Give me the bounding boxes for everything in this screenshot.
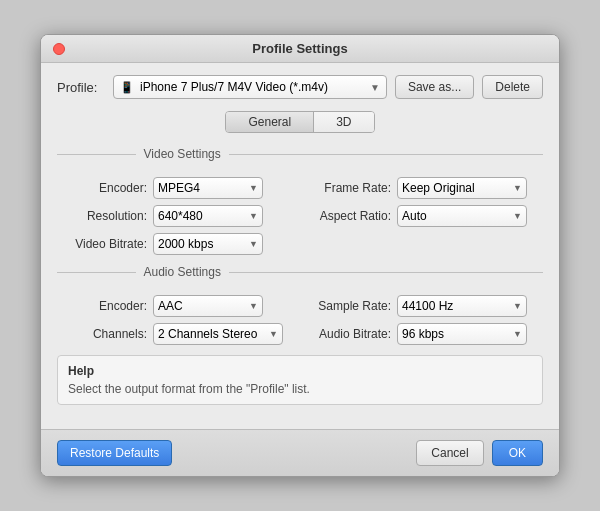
aspect-ratio-dropdown[interactable]: Auto ▼ <box>397 205 527 227</box>
encoder-label: Encoder: <box>65 181 147 195</box>
audio-settings-header: Audio Settings <box>57 265 543 287</box>
resolution-arrow: ▼ <box>249 211 258 221</box>
resolution-row: Resolution: 640*480 ▼ <box>65 205 299 227</box>
audio-encoder-row: Encoder: AAC ▼ <box>65 295 299 317</box>
frame-rate-dropdown[interactable]: Keep Original ▼ <box>397 177 527 199</box>
audio-bitrate-row: Audio Bitrate: 96 kbps ▼ <box>309 323 543 345</box>
titlebar: Profile Settings <box>41 35 559 63</box>
channels-arrow: ▼ <box>269 329 278 339</box>
sample-rate-arrow: ▼ <box>513 301 522 311</box>
profile-label: Profile: <box>57 80 105 95</box>
channels-value: 2 Channels Stereo <box>158 327 265 341</box>
video-bitrate-arrow: ▼ <box>249 239 258 249</box>
resolution-value: 640*480 <box>158 209 245 223</box>
audio-settings-grid: Encoder: AAC ▼ Sample Rate: 44100 Hz ▼ C… <box>57 295 543 345</box>
video-divider-right <box>229 154 543 155</box>
encoder-arrow: ▼ <box>249 183 258 193</box>
save-as-button[interactable]: Save as... <box>395 75 474 99</box>
encoder-row: Encoder: MPEG4 ▼ <box>65 177 299 199</box>
aspect-ratio-value: Auto <box>402 209 509 223</box>
video-bitrate-label: Video Bitrate: <box>65 237 147 251</box>
tab-general[interactable]: General <box>226 112 314 132</box>
audio-encoder-label: Encoder: <box>65 299 147 313</box>
channels-label: Channels: <box>65 327 147 341</box>
video-settings-header: Video Settings <box>57 147 543 169</box>
video-divider-left <box>57 154 136 155</box>
footer: Restore Defaults Cancel OK <box>41 429 559 476</box>
video-settings-section: Video Settings Encoder: MPEG4 ▼ Frame Ra… <box>57 147 543 255</box>
tabs-container: General 3D <box>225 111 374 133</box>
frame-rate-arrow: ▼ <box>513 183 522 193</box>
audio-bitrate-dropdown[interactable]: 96 kbps ▼ <box>397 323 527 345</box>
delete-button[interactable]: Delete <box>482 75 543 99</box>
footer-right-buttons: Cancel OK <box>416 440 543 466</box>
channels-dropdown[interactable]: 2 Channels Stereo ▼ <box>153 323 283 345</box>
audio-encoder-dropdown[interactable]: AAC ▼ <box>153 295 263 317</box>
video-bitrate-dropdown[interactable]: 2000 kbps ▼ <box>153 233 263 255</box>
audio-divider-right <box>229 272 543 273</box>
encoder-value: MPEG4 <box>158 181 245 195</box>
sample-rate-value: 44100 Hz <box>402 299 509 313</box>
profile-dropdown-arrow: ▼ <box>370 82 380 93</box>
close-button[interactable] <box>53 43 65 55</box>
frame-rate-row: Frame Rate: Keep Original ▼ <box>309 177 543 199</box>
channels-row: Channels: 2 Channels Stereo ▼ <box>65 323 299 345</box>
encoder-dropdown[interactable]: MPEG4 ▼ <box>153 177 263 199</box>
video-bitrate-row: Video Bitrate: 2000 kbps ▼ <box>65 233 299 255</box>
audio-bitrate-label: Audio Bitrate: <box>309 327 391 341</box>
ok-button[interactable]: OK <box>492 440 543 466</box>
help-text: Select the output format from the "Profi… <box>68 382 532 396</box>
sample-rate-label: Sample Rate: <box>309 299 391 313</box>
profile-row: Profile: 📱 iPhone 7 Plus/7 M4V Video (*.… <box>57 75 543 99</box>
audio-settings-label: Audio Settings <box>144 265 221 279</box>
window-title: Profile Settings <box>252 41 347 56</box>
frame-rate-value: Keep Original <box>402 181 509 195</box>
main-content: Profile: 📱 iPhone 7 Plus/7 M4V Video (*.… <box>41 63 559 429</box>
empty-cell <box>309 233 543 255</box>
frame-rate-label: Frame Rate: <box>309 181 391 195</box>
video-bitrate-value: 2000 kbps <box>158 237 245 251</box>
video-settings-grid: Encoder: MPEG4 ▼ Frame Rate: Keep Origin… <box>57 177 543 255</box>
profile-settings-window: Profile Settings Profile: 📱 iPhone 7 Plu… <box>40 34 560 477</box>
restore-defaults-button[interactable]: Restore Defaults <box>57 440 172 466</box>
sample-rate-dropdown[interactable]: 44100 Hz ▼ <box>397 295 527 317</box>
sample-rate-row: Sample Rate: 44100 Hz ▼ <box>309 295 543 317</box>
audio-settings-section: Audio Settings Encoder: AAC ▼ Sample Rat… <box>57 265 543 345</box>
help-section: Help Select the output format from the "… <box>57 355 543 405</box>
profile-dropdown[interactable]: 📱 iPhone 7 Plus/7 M4V Video (*.m4v) ▼ <box>113 75 387 99</box>
cancel-button[interactable]: Cancel <box>416 440 483 466</box>
aspect-ratio-label: Aspect Ratio: <box>309 209 391 223</box>
resolution-dropdown[interactable]: 640*480 ▼ <box>153 205 263 227</box>
audio-encoder-value: AAC <box>158 299 245 313</box>
help-title: Help <box>68 364 532 378</box>
aspect-ratio-row: Aspect Ratio: Auto ▼ <box>309 205 543 227</box>
audio-encoder-arrow: ▼ <box>249 301 258 311</box>
tab-3d[interactable]: 3D <box>314 112 373 132</box>
tabs-row: General 3D <box>57 111 543 133</box>
audio-bitrate-arrow: ▼ <box>513 329 522 339</box>
audio-bitrate-value: 96 kbps <box>402 327 509 341</box>
aspect-ratio-arrow: ▼ <box>513 211 522 221</box>
profile-icon: 📱 <box>120 81 134 94</box>
profile-value: iPhone 7 Plus/7 M4V Video (*.m4v) <box>140 80 364 94</box>
video-settings-label: Video Settings <box>144 147 221 161</box>
resolution-label: Resolution: <box>65 209 147 223</box>
audio-divider-left <box>57 272 136 273</box>
